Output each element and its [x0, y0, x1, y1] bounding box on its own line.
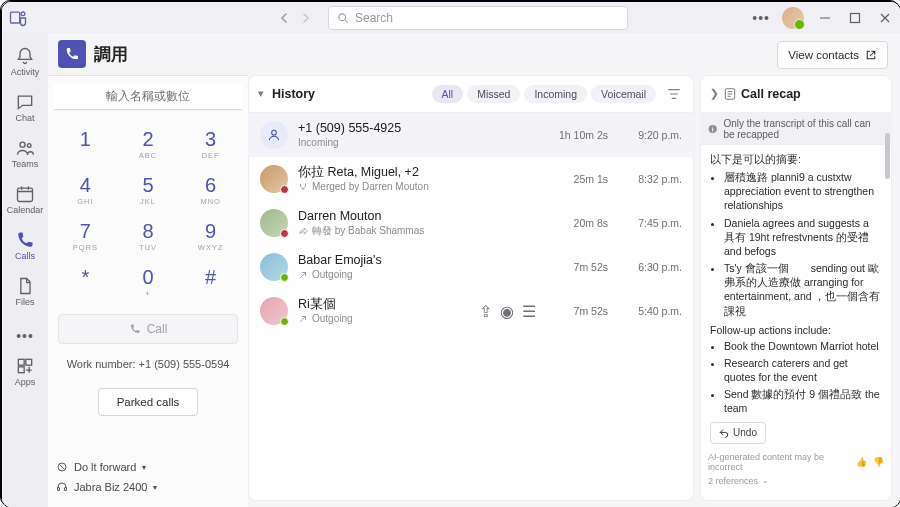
left-nav-rail: Activity Chat Teams Calendar Calls Files…: [2, 33, 48, 507]
nav-forward-button[interactable]: [296, 8, 316, 28]
dial-column: 調用 輸入名稱或數位 1 2ABC3DEF4GHI5JKL6MNO7PQRS8T…: [48, 33, 248, 507]
svg-rect-6: [18, 188, 33, 201]
call-button[interactable]: Call: [58, 314, 238, 344]
call-recap-panel: ❮ Call recap Only the transcript of this…: [700, 75, 892, 501]
call-avatar: [260, 121, 288, 149]
thumbs-down-icon[interactable]: 👎: [873, 457, 884, 467]
page-title: 調用: [94, 43, 128, 66]
call-avatar: [260, 165, 288, 193]
window-close-button[interactable]: [876, 9, 894, 27]
filter-icon[interactable]: [664, 87, 684, 101]
audio-device-setting[interactable]: Jabra Biz 2400▾: [56, 477, 240, 497]
dial-name-input[interactable]: 輸入名稱或數位: [54, 84, 242, 110]
user-avatar[interactable]: [782, 7, 804, 29]
phone-app-icon: [58, 40, 86, 68]
svg-point-13: [272, 130, 277, 135]
filter-pill-missed[interactable]: Missed: [467, 85, 520, 103]
svg-point-4: [20, 142, 25, 147]
dial-pad: 1 2ABC3DEF4GHI5JKL6MNO7PQRS8TUV9WXYZ* 0+…: [54, 124, 242, 308]
svg-rect-0: [11, 12, 20, 23]
more-icon[interactable]: •••: [752, 10, 770, 26]
info-icon: [708, 123, 717, 135]
dial-key-6[interactable]: 6MNO: [183, 170, 239, 210]
svg-rect-8: [26, 359, 32, 365]
history-row[interactable]: 你拉 Reta, Miguel, +2Merged by Darren Mout…: [248, 157, 694, 201]
svg-rect-9: [18, 366, 24, 372]
parked-calls-button[interactable]: Parked calls: [98, 388, 198, 416]
rail-teams[interactable]: Teams: [2, 131, 48, 175]
filter-pill-voicemail[interactable]: Voicemail: [591, 85, 656, 103]
window-minimize-button[interactable]: [816, 9, 834, 27]
history-title: History: [272, 87, 315, 101]
popout-icon: [865, 49, 877, 61]
dial-key-2[interactable]: 2ABC: [120, 124, 176, 164]
rail-more[interactable]: •••: [2, 325, 48, 347]
undo-button[interactable]: Undo: [710, 422, 766, 444]
transcript-icon[interactable]: ☰: [522, 302, 536, 321]
search-icon: [337, 12, 349, 24]
app-logo-icon: [8, 8, 28, 28]
share-icon[interactable]: ⇪: [479, 302, 492, 321]
rail-calendar[interactable]: Calendar: [2, 177, 48, 221]
dial-key-#[interactable]: #: [183, 262, 239, 302]
nav-back-button[interactable]: [274, 8, 294, 28]
search-input[interactable]: Search: [328, 6, 628, 30]
ai-disclaimer: AI-generated content may be incorrect: [708, 452, 856, 472]
svg-rect-11: [58, 488, 60, 491]
dial-key-5[interactable]: 5JKL: [120, 170, 176, 210]
rail-calls[interactable]: Calls: [2, 223, 48, 267]
history-row[interactable]: Darren Mouton轉發 by Babak Shammas20m 8s7:…: [248, 201, 694, 245]
recap-notice: Only the transcript of this call can be …: [700, 113, 892, 145]
collapse-icon[interactable]: ▾: [258, 87, 264, 100]
dial-key-4[interactable]: 4GHI: [57, 170, 113, 210]
svg-point-2: [339, 13, 346, 20]
rail-apps[interactable]: Apps: [2, 349, 48, 393]
recap-back-icon[interactable]: ❮: [710, 87, 719, 100]
rail-activity[interactable]: Activity: [2, 39, 48, 83]
work-number-label: Work number: +1 (509) 555-0594: [54, 358, 242, 370]
window-maximize-button[interactable]: [846, 9, 864, 27]
scrollbar-thumb[interactable]: [885, 133, 890, 179]
rail-chat[interactable]: Chat: [2, 85, 48, 129]
filter-pill-all[interactable]: All: [432, 85, 464, 103]
call-avatar: [260, 209, 288, 237]
forward-setting[interactable]: Do lt forward▾: [56, 457, 240, 477]
dial-key-7[interactable]: 7PQRS: [57, 216, 113, 256]
call-avatar: [260, 297, 288, 325]
recap-references[interactable]: 2 references⌄: [700, 474, 892, 492]
search-placeholder: Search: [355, 11, 393, 25]
call-avatar: [260, 253, 288, 281]
record-icon[interactable]: ◉: [500, 302, 514, 321]
dial-key-0[interactable]: 0+: [120, 262, 176, 302]
svg-rect-3: [851, 13, 860, 22]
history-row[interactable]: Babar Emojia'sOutgoing7m 52s6:30 p.m.: [248, 245, 694, 289]
svg-point-5: [27, 143, 31, 147]
view-contacts-button[interactable]: View contacts: [777, 41, 888, 69]
rail-files[interactable]: Files: [2, 269, 48, 313]
title-bar: Search •••: [2, 2, 900, 33]
dial-key-9[interactable]: 9WXYZ: [183, 216, 239, 256]
dial-key-8[interactable]: 8TUV: [120, 216, 176, 256]
svg-rect-12: [65, 488, 67, 491]
dial-key-3[interactable]: 3DEF: [183, 124, 239, 164]
dial-key-1[interactable]: 1: [57, 124, 113, 164]
recap-body: 以下是可以的摘要: 層積逸路 planni9 a custxtw appreci…: [700, 145, 892, 448]
history-row[interactable]: Ri某個Outgoing⇪◉☰7m 52s5:40 p.m.: [248, 289, 694, 333]
dial-key-*[interactable]: *: [57, 262, 113, 302]
filter-pill-incoming[interactable]: Incoming: [524, 85, 587, 103]
thumbs-up-icon[interactable]: 👍: [856, 457, 867, 467]
history-row[interactable]: +1 (509) 555-4925Incoming1h 10m 2s9:20 p…: [248, 113, 694, 157]
svg-rect-7: [18, 359, 24, 365]
history-panel: ▾ History AllMissedIncomingVoicemail +1 …: [248, 75, 694, 501]
svg-point-1: [21, 12, 25, 16]
recap-icon: [723, 87, 737, 101]
